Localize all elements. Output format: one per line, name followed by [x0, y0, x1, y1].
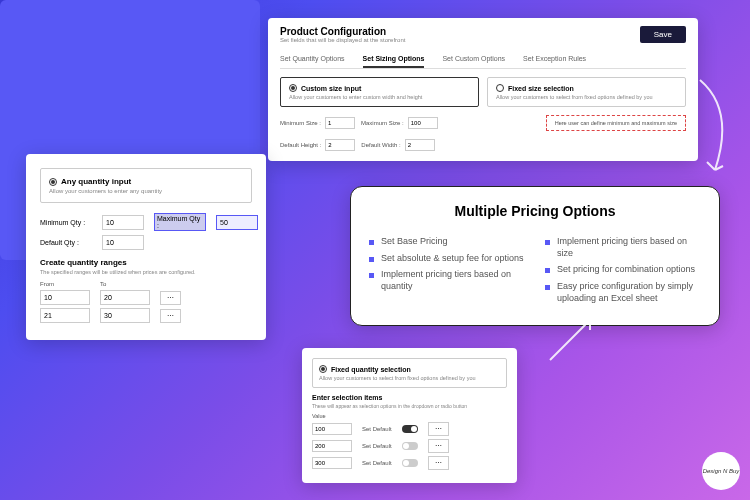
default-toggle[interactable] [402, 442, 418, 450]
more-icon[interactable]: ⋯ [428, 456, 449, 470]
pricing-list-right: Implement pricing tiers based on size Se… [545, 231, 701, 309]
arrow-icon [690, 70, 740, 190]
radio-icon [49, 178, 57, 186]
config-subtitle: Set fields that will be displayed at the… [280, 37, 405, 43]
any-qty-option[interactable]: Any quantity input Allow your customers … [40, 168, 252, 203]
range-row: ⋯ [40, 290, 252, 305]
max-size-input[interactable] [408, 117, 438, 129]
pricing-card: Multiple Pricing Options Set Base Pricin… [350, 186, 720, 326]
radio-icon [496, 84, 504, 92]
tab-quantity[interactable]: Set Quantity Options [280, 51, 345, 68]
default-toggle[interactable] [402, 459, 418, 467]
default-qty-input[interactable] [102, 235, 144, 250]
custom-size-option[interactable]: Custom size input Allow your customers t… [280, 77, 479, 107]
config-tabs: Set Quantity Options Set Sizing Options … [280, 51, 686, 69]
range-from-input[interactable] [40, 308, 90, 323]
default-width-input[interactable] [405, 139, 435, 151]
value-input[interactable] [312, 457, 352, 469]
max-qty-input[interactable] [216, 215, 258, 230]
value-input[interactable] [312, 440, 352, 452]
hint-callout: Here user can define minimum and maximum… [546, 115, 686, 131]
ranges-heading: Create quantity ranges [40, 258, 252, 267]
tab-sizing[interactable]: Set Sizing Options [363, 51, 425, 68]
radio-icon [319, 365, 327, 373]
radio-icon [289, 84, 297, 92]
more-icon[interactable]: ⋯ [428, 422, 449, 436]
min-qty-input[interactable] [102, 215, 144, 230]
brand-logo: Design N Buy [702, 452, 740, 490]
default-height-input[interactable] [325, 139, 355, 151]
more-icon[interactable]: ⋯ [160, 309, 181, 323]
range-to-input[interactable] [100, 308, 150, 323]
tab-custom[interactable]: Set Custom Options [442, 51, 505, 68]
arrow-icon [540, 310, 600, 370]
more-icon[interactable]: ⋯ [428, 439, 449, 453]
range-to-input[interactable] [100, 290, 150, 305]
more-icon[interactable]: ⋯ [160, 291, 181, 305]
config-title: Product Configuration [280, 26, 405, 37]
fixed-size-option[interactable]: Fixed size selection Allow your customer… [487, 77, 686, 107]
product-config-panel: Product Configuration Set fields that wi… [268, 18, 698, 161]
pricing-title: Multiple Pricing Options [369, 203, 701, 219]
min-size-input[interactable] [325, 117, 355, 129]
tab-exception[interactable]: Set Exception Rules [523, 51, 586, 68]
pricing-list-left: Set Base Pricing Set absolute & setup fe… [369, 231, 525, 309]
selection-row: Set Default ⋯ [312, 422, 507, 436]
quantity-panel: Any quantity input Allow your customers … [26, 154, 266, 340]
default-toggle[interactable] [402, 425, 418, 433]
selection-row: Set Default ⋯ [312, 456, 507, 470]
selection-row: Set Default ⋯ [312, 439, 507, 453]
value-input[interactable] [312, 423, 352, 435]
range-row: ⋯ [40, 308, 252, 323]
fixed-qty-panel: Fixed quantity selection Allow your cust… [302, 348, 517, 483]
range-from-input[interactable] [40, 290, 90, 305]
fixed-qty-option[interactable]: Fixed quantity selection Allow your cust… [312, 358, 507, 388]
save-button[interactable]: Save [640, 26, 686, 43]
